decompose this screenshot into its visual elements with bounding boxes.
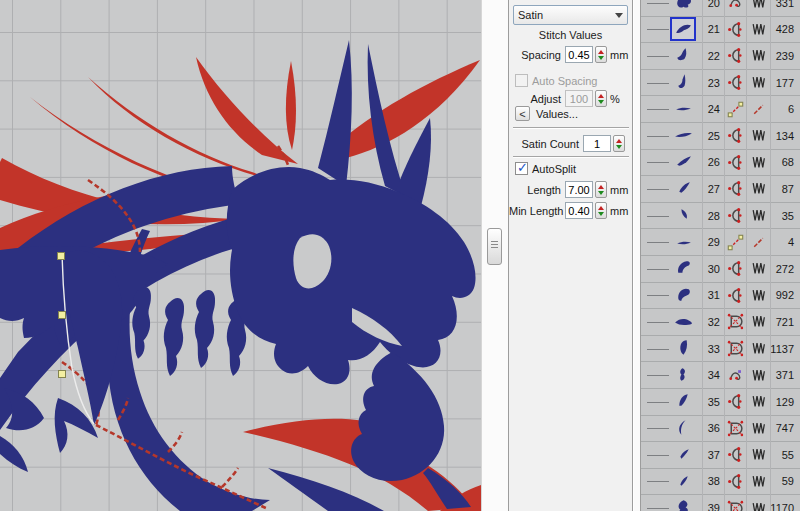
object-thumbnail[interactable] [670, 416, 696, 440]
object-thumbnail[interactable] [670, 496, 696, 511]
object-thumbnail[interactable] [670, 469, 696, 493]
autosplit-label: AutoSplit [532, 163, 576, 175]
object-thumbnail[interactable] [670, 44, 696, 68]
min-length-spinner[interactable] [595, 202, 607, 219]
object-thumbnail[interactable] [670, 150, 696, 174]
object-list-row[interactable]: 31 992 [641, 283, 800, 310]
checkbox-checked-icon[interactable] [515, 162, 528, 175]
fill-icon [724, 416, 746, 442]
object-thumbnail[interactable] [670, 177, 696, 201]
splitter-grip-button[interactable] [487, 228, 502, 265]
min-length-input[interactable] [565, 202, 593, 219]
object-list-row[interactable]: 29 4 [641, 229, 800, 256]
satin-zigzag-icon [746, 123, 770, 149]
auto-spacing-checkbox[interactable]: Auto Spacing [515, 74, 597, 87]
satin-zigzag-icon [746, 256, 770, 282]
object-thumbnail[interactable] [670, 390, 696, 414]
object-thumbnail[interactable] [670, 337, 696, 361]
satin-zigzag-icon [746, 362, 770, 388]
swoosh-shape-icon [673, 124, 694, 147]
values-label: Values... [536, 108, 578, 120]
object-list-row[interactable]: 30 272 [641, 256, 800, 283]
satin-count-input[interactable] [583, 135, 611, 152]
column-divider [702, 0, 703, 511]
satin-count-spinner[interactable] [613, 135, 625, 152]
object-list-row[interactable]: 39 1170 [641, 495, 800, 511]
spin-up-icon[interactable] [598, 206, 604, 210]
boot-shape-icon [673, 44, 694, 67]
leader-line [647, 29, 669, 30]
object-list-row[interactable]: 24 6 [641, 96, 800, 123]
length-spinner[interactable] [595, 181, 607, 198]
object-number: 28 [702, 203, 724, 229]
spin-down-icon[interactable] [616, 145, 622, 149]
object-list-row[interactable]: 37 55 [641, 442, 800, 469]
object-list-row[interactable]: 38 59 [641, 469, 800, 496]
object-thumbnail[interactable] [670, 204, 696, 228]
object-list-row[interactable]: 35 129 [641, 389, 800, 416]
min-length-label: Min Length [509, 205, 565, 217]
spin-down-icon[interactable] [598, 191, 604, 195]
satin-zigzag-icon [746, 389, 770, 415]
length-unit: mm [610, 184, 628, 196]
object-list-row[interactable]: 28 35 [641, 203, 800, 230]
object-list-row[interactable]: 34 371 [641, 362, 800, 389]
object-thumbnail[interactable] [670, 230, 696, 254]
spacing-input[interactable] [565, 46, 593, 63]
design-canvas[interactable] [0, 0, 481, 511]
object-thumbnail[interactable] [670, 310, 696, 334]
object-list-row[interactable]: 32 721 [641, 309, 800, 336]
column-icon [724, 70, 746, 96]
spin-down-icon[interactable] [598, 56, 604, 60]
stitch-count: 721 [770, 309, 800, 335]
horn-shape-icon [673, 390, 694, 413]
nodes-icon [724, 0, 746, 16]
spin-up-icon[interactable] [616, 139, 622, 143]
object-list-row[interactable]: 25 134 [641, 123, 800, 150]
commasm-shape-icon [673, 443, 694, 466]
spike-shape-icon [673, 337, 694, 360]
object-thumbnail[interactable] [670, 0, 696, 15]
spacing-spinner[interactable] [595, 46, 607, 63]
panel-splitter[interactable] [481, 0, 508, 511]
object-thumbnail[interactable] [670, 443, 696, 467]
spin-up-icon[interactable] [598, 50, 604, 54]
object-thumbnail[interactable] [670, 257, 696, 281]
object-thumbnail[interactable] [670, 283, 696, 307]
object-list-row[interactable]: 26 68 [641, 150, 800, 177]
length-input[interactable] [565, 181, 593, 198]
object-thumbnail[interactable] [670, 363, 696, 387]
object-list-row[interactable]: 27 87 [641, 176, 800, 203]
checkbox-unchecked-icon[interactable] [515, 74, 528, 87]
column-icon [724, 283, 746, 309]
values-expand-button[interactable]: < [515, 106, 530, 121]
comma-shape-icon [673, 177, 694, 200]
autosplit-checkbox[interactable]: AutoSplit [515, 162, 576, 175]
object-thumbnail[interactable] [670, 97, 696, 121]
spin-up-icon[interactable] [598, 94, 604, 98]
spacing-unit: mm [610, 49, 628, 61]
adjust-spinner[interactable] [595, 90, 607, 107]
object-thumbnail[interactable] [670, 124, 696, 148]
adjust-label: Adjust [509, 93, 565, 105]
object-list-row[interactable]: 23 177 [641, 70, 800, 97]
stitch-count: 59 [770, 469, 800, 495]
adjust-input[interactable] [565, 90, 593, 107]
object-number: 32 [702, 309, 724, 335]
object-thumbnail[interactable] [670, 71, 696, 95]
object-list-row[interactable]: 20 331 [641, 0, 800, 17]
satin-zigzag-icon [746, 70, 770, 96]
spin-down-icon[interactable] [598, 100, 604, 104]
object-number: 35 [702, 389, 724, 415]
object-list-row-selected[interactable]: 21 428 [641, 17, 800, 44]
length-label: Length [509, 184, 565, 196]
object-list-row[interactable]: 33 1137 [641, 336, 800, 363]
object-list-row[interactable]: 36 747 [641, 416, 800, 443]
object-thumbnail[interactable] [670, 17, 696, 41]
spin-down-icon[interactable] [598, 212, 604, 216]
stitch-type-dropdown[interactable]: Satin [513, 5, 628, 25]
spin-up-icon[interactable] [598, 185, 604, 189]
stitch-count: 129 [770, 389, 800, 415]
object-list-row[interactable]: 22 239 [641, 43, 800, 70]
sblob-shape-icon [673, 497, 694, 511]
